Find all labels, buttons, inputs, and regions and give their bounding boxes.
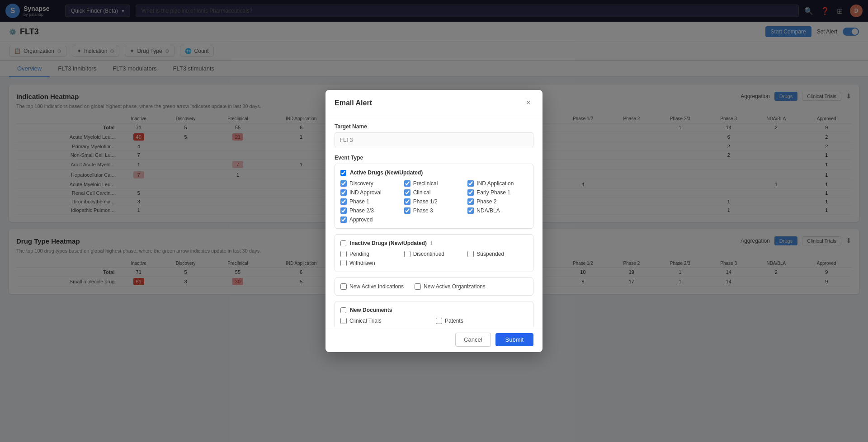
ndabla-checkbox-item: NDA/BLA — [467, 207, 528, 214]
modal-header: Email Alert × — [326, 90, 542, 116]
info-icon: ℹ — [430, 240, 433, 246]
event-type-label: Event Type — [335, 155, 533, 161]
discovery-checkbox[interactable] — [340, 180, 347, 187]
phase23-checkbox[interactable] — [340, 207, 347, 214]
new-active-section: New Active Indications New Active Organi… — [335, 277, 533, 296]
ndabla-label: NDA/BLA — [476, 207, 500, 214]
phase12-checkbox-item: Phase 1/2 — [404, 198, 464, 205]
ind-approval-label: IND Approval — [349, 189, 382, 196]
clinical-trials-doc-checkbox[interactable] — [340, 318, 347, 324]
phase23-checkbox-item: Phase 2/3 — [340, 207, 401, 214]
new-active-organizations-item: New Active Organizations — [415, 283, 486, 290]
approved-checkbox[interactable] — [340, 216, 347, 223]
early-phase1-checkbox[interactable] — [467, 189, 474, 196]
pending-label: Pending — [349, 251, 369, 257]
active-drugs-checkbox[interactable] — [340, 170, 346, 176]
ind-approval-checkbox-item: IND Approval — [340, 189, 401, 196]
phase1-label: Phase 1 — [349, 198, 369, 205]
discovery-checkbox-item: Discovery — [340, 180, 401, 187]
inactive-drugs-grid: Pending Discontinued Suspended With — [340, 251, 528, 266]
new-active-organizations-checkbox[interactable] — [415, 283, 421, 290]
target-name-input[interactable] — [335, 132, 533, 147]
suspended-label: Suspended — [476, 251, 504, 257]
suspended-checkbox-item: Suspended — [467, 251, 528, 257]
new-active-indications-checkbox[interactable] — [340, 283, 347, 290]
ind-application-checkbox[interactable] — [467, 180, 474, 187]
new-active-organizations-label: New Active Organizations — [424, 283, 486, 290]
ndabla-checkbox[interactable] — [467, 207, 474, 214]
new-active-indications-item: New Active Indications — [340, 283, 404, 290]
phase3-label: Phase 3 — [413, 207, 433, 214]
new-documents-checkbox[interactable] — [340, 307, 346, 313]
phase1-checkbox-item: Phase 1 — [340, 198, 401, 205]
email-alert-modal: Email Alert × Target Name Event Type Act… — [326, 90, 542, 352]
phase12-checkbox[interactable] — [404, 198, 410, 205]
pending-checkbox-item: Pending — [340, 251, 401, 257]
ind-application-checkbox-item: IND Application — [467, 180, 528, 187]
suspended-checkbox[interactable] — [467, 251, 474, 257]
withdrawn-label: Withdrawn — [349, 260, 375, 266]
inactive-drugs-section: Inactive Drugs (New/Updated) ℹ Pending D… — [335, 234, 533, 272]
modal-body: Target Name Event Type Active Drugs (New… — [326, 116, 542, 327]
phase3-checkbox[interactable] — [404, 207, 410, 214]
target-name-group: Target Name — [335, 123, 533, 147]
discontinued-checkbox[interactable] — [404, 251, 410, 257]
clinical-checkbox-item: Clinical — [404, 189, 464, 196]
discontinued-checkbox-item: Discontinued — [404, 251, 464, 257]
approved-checkbox-item: Approved — [340, 216, 401, 223]
active-drugs-grid: Discovery Preclinical IND Application — [340, 180, 528, 223]
ind-application-label: IND Application — [476, 180, 514, 187]
clinical-trials-doc-item: Clinical Trials — [340, 318, 432, 324]
clinical-label: Clinical — [413, 189, 431, 196]
documents-grid: Clinical Trials Patents — [340, 318, 528, 324]
phase23-label: Phase 2/3 — [349, 207, 374, 214]
early-phase1-label: Early Phase 1 — [476, 189, 510, 196]
patents-doc-label: Patents — [445, 318, 463, 324]
phase2-checkbox-item: Phase 2 — [467, 198, 528, 205]
new-documents-header: New Documents — [340, 307, 528, 313]
preclinical-label: Preclinical — [413, 180, 438, 187]
phase2-label: Phase 2 — [476, 198, 496, 205]
discontinued-label: Discontinued — [413, 251, 444, 257]
submit-button[interactable]: Submit — [495, 333, 533, 346]
inactive-drugs-label: Inactive Drugs (New/Updated) — [350, 240, 427, 246]
patents-doc-item: Patents — [436, 318, 528, 324]
phase2-checkbox[interactable] — [467, 198, 474, 205]
phase1-checkbox[interactable] — [340, 198, 347, 205]
new-documents-label: New Documents — [350, 307, 392, 313]
early-phase1-checkbox-item: Early Phase 1 — [467, 189, 528, 196]
withdrawn-checkbox[interactable] — [340, 260, 347, 266]
clinical-checkbox[interactable] — [404, 189, 410, 196]
cancel-button[interactable]: Cancel — [455, 333, 491, 347]
discovery-label: Discovery — [349, 180, 373, 187]
modal-close-button[interactable]: × — [523, 97, 533, 108]
active-drugs-label: Active Drugs (New/Updated) — [350, 169, 423, 176]
inactive-drugs-header: Inactive Drugs (New/Updated) ℹ — [340, 240, 528, 246]
ind-approval-checkbox[interactable] — [340, 189, 347, 196]
phase12-label: Phase 1/2 — [413, 198, 438, 205]
active-drugs-header: Active Drugs (New/Updated) — [340, 169, 528, 176]
target-name-label: Target Name — [335, 123, 533, 130]
clinical-trials-doc-label: Clinical Trials — [349, 318, 382, 324]
inactive-drugs-checkbox[interactable] — [340, 240, 346, 246]
pending-checkbox[interactable] — [340, 251, 347, 257]
approved-label: Approved — [349, 216, 373, 223]
modal-title: Email Alert — [335, 99, 372, 107]
preclinical-checkbox[interactable] — [404, 180, 410, 187]
event-type-group: Event Type Active Drugs (New/Updated) Di… — [335, 155, 533, 327]
withdrawn-checkbox-item: Withdrawn — [340, 260, 401, 266]
active-drugs-section: Active Drugs (New/Updated) Discovery Pre… — [335, 164, 533, 229]
new-active-indications-label: New Active Indications — [349, 283, 404, 290]
new-documents-section: New Documents Clinical Trials Patents — [335, 301, 533, 327]
phase3-checkbox-item: Phase 3 — [404, 207, 464, 214]
modal-footer: Cancel Submit — [326, 327, 542, 352]
patents-doc-checkbox[interactable] — [436, 318, 442, 324]
preclinical-checkbox-item: Preclinical — [404, 180, 464, 187]
modal-overlay[interactable]: Email Alert × Target Name Event Type Act… — [0, 0, 868, 441]
